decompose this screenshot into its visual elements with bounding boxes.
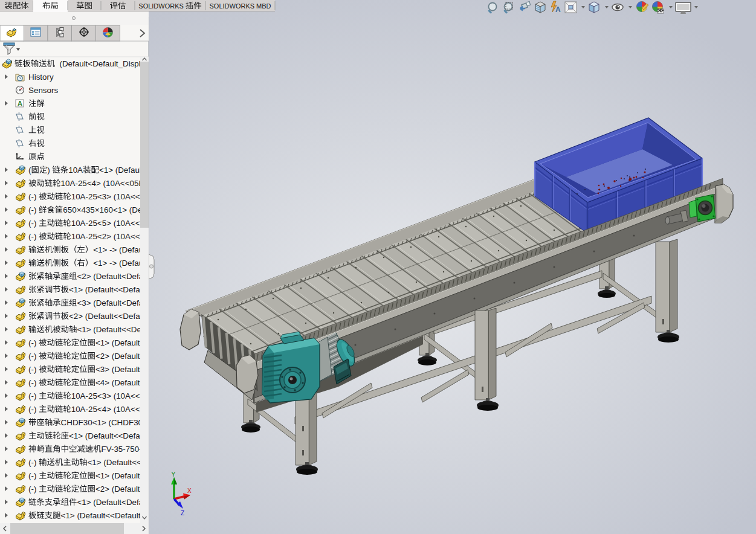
svg-text:10A-25<4> (10A<<(: 10A-25<4> (10A<<( xyxy=(71,405,143,414)
svg-text:): ) xyxy=(47,166,52,175)
svg-text:(: ( xyxy=(28,166,31,175)
svg-text:A: A xyxy=(555,5,561,14)
svg-text:(-): (-) xyxy=(28,352,39,361)
svg-text:10A-25<4> (10A<<05B: 10A-25<4> (10A<<05B xyxy=(61,179,144,188)
svg-text:<3> (Default<: <3> (Default< xyxy=(95,365,145,374)
svg-text:650×435×160<1> (De: 650×435×160<1> (De xyxy=(63,205,142,214)
svg-text:(-): (-) xyxy=(28,192,39,201)
svg-text:<1> (Default<<Def: <1> (Default<<Def xyxy=(77,325,143,334)
svg-text:(-): (-) xyxy=(28,405,39,414)
svg-text:Y: Y xyxy=(172,471,176,478)
svg-text:<1> (Default<: <1> (Default< xyxy=(95,471,145,480)
svg-text:(-): (-) xyxy=(28,205,39,214)
svg-text:<1> (Default<<: <1> (Default<< xyxy=(88,458,142,467)
svg-text:10A-25<3> (10A<<(: 10A-25<3> (10A<<( xyxy=(71,391,143,400)
svg-text:(-): (-) xyxy=(28,232,39,241)
svg-text:<2> (Default<: <2> (Default< xyxy=(95,352,145,361)
svg-text:<1> (Default<: <1> (Default< xyxy=(95,338,145,347)
svg-text:(-): (-) xyxy=(28,471,39,480)
svg-text:History: History xyxy=(28,72,54,82)
svg-text:<3> (Default<Defa: <3> (Default<Defa xyxy=(77,298,143,307)
svg-text:Sensors: Sensors xyxy=(28,86,58,95)
svg-text:(-): (-) xyxy=(28,365,39,374)
svg-text:(Default<Default_Displa: (Default<Default_Displa xyxy=(55,59,146,68)
svg-text:<1> (Default<<Defau: <1> (Default<<Defau xyxy=(69,431,144,440)
svg-text:10A: 10A xyxy=(68,166,83,175)
svg-text:(-): (-) xyxy=(28,338,39,347)
svg-text:SOLIDWORKS: SOLIDWORKS xyxy=(138,2,186,10)
svg-text:<4> (Default<: <4> (Default< xyxy=(95,378,145,387)
svg-text:<2> (Default<<Defau: <2> (Default<<Defau xyxy=(69,312,144,321)
svg-text:(-): (-) xyxy=(28,391,39,400)
svg-text:CHDF30<1> (CHDF30<: CHDF30<1> (CHDF30< xyxy=(61,418,147,427)
svg-text:(-): (-) xyxy=(28,458,39,467)
svg-text:<1> (Default<<Defau: <1> (Default<<Defau xyxy=(69,285,144,294)
svg-text:(-): (-) xyxy=(28,219,39,228)
svg-text:<1> (Default<Defa: <1> (Default<Defa xyxy=(77,498,143,507)
svg-text:(-): (-) xyxy=(28,484,39,494)
svg-text:Z: Z xyxy=(181,510,184,516)
svg-text:<2> (Default<: <2> (Default< xyxy=(95,484,145,494)
svg-text:10A-25<5> (10A<<(: 10A-25<5> (10A<<( xyxy=(71,219,143,228)
svg-text:<1> (Default<<Default: <1> (Default<<Default xyxy=(61,511,141,520)
svg-text:<1> -> (Defau: <1> -> (Defau xyxy=(93,245,143,254)
svg-text:10A-25<2> (10A<<(: 10A-25<2> (10A<<( xyxy=(71,232,143,241)
svg-text:SOLIDWORKS MBD: SOLIDWORKS MBD xyxy=(210,2,271,10)
svg-text:10A-25<3> (10A<<(: 10A-25<3> (10A<<( xyxy=(71,192,143,201)
svg-text:(-): (-) xyxy=(28,378,39,387)
svg-text:<1> -> (Defau: <1> -> (Defau xyxy=(93,259,143,268)
svg-text:X: X xyxy=(187,487,192,494)
svg-text:<2> (Default<Defa: <2> (Default<Defa xyxy=(77,272,143,281)
